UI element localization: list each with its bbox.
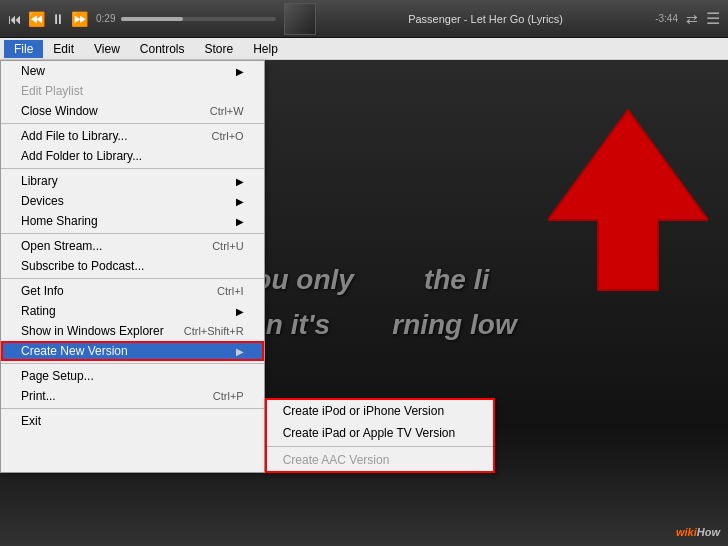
progress-bar[interactable] <box>121 17 276 21</box>
arrow-icon-create-version: ▶ <box>236 346 244 357</box>
shuffle-icon[interactable]: ⇄ <box>686 11 698 27</box>
rewind-button[interactable]: ⏮ <box>8 11 22 27</box>
pause-button[interactable]: ⏸ <box>51 11 65 27</box>
forward-button[interactable]: ⏩ <box>71 11 88 27</box>
menu-item-page-setup[interactable]: Page Setup... <box>1 366 264 386</box>
how-text: How <box>697 526 720 538</box>
submenu-item-aac: Create AAC Version <box>267 449 493 471</box>
create-version-submenu: Create iPod or iPhone Version Create iPa… <box>265 398 495 473</box>
menubar-help[interactable]: Help <box>243 40 288 58</box>
menu-item-add-folder[interactable]: Add Folder to Library... <box>1 146 264 166</box>
menubar-controls[interactable]: Controls <box>130 40 195 58</box>
menu-item-show-explorer[interactable]: Show in Windows Explorer Ctrl+Shift+R <box>1 321 264 341</box>
menubar-edit[interactable]: Edit <box>43 40 84 58</box>
menu-item-close-window[interactable]: Close Window Ctrl+W <box>1 101 264 121</box>
menu-item-add-file[interactable]: Add File to Library... Ctrl+O <box>1 126 264 146</box>
menu-item-get-info[interactable]: Get Info Ctrl+I <box>1 281 264 301</box>
submenu-item-ipad-appletv[interactable]: Create iPad or Apple TV Version <box>267 422 493 444</box>
menu-item-subscribe-podcast[interactable]: Subscribe to Podcast... <box>1 256 264 276</box>
separator-4 <box>1 278 264 279</box>
menu-item-library[interactable]: Library ▶ <box>1 171 264 191</box>
progress-container: 0:29 <box>96 13 276 24</box>
progress-fill <box>121 17 183 21</box>
menubar-view[interactable]: View <box>84 40 130 58</box>
dropdown-overlay: New ▶ Edit Playlist Close Window Ctrl+W … <box>0 60 495 473</box>
menu-item-rating[interactable]: Rating ▶ <box>1 301 264 321</box>
menu-item-open-stream[interactable]: Open Stream... Ctrl+U <box>1 236 264 256</box>
svg-marker-0 <box>548 110 708 290</box>
separator-5 <box>1 363 264 364</box>
file-dropdown: New ▶ Edit Playlist Close Window Ctrl+W … <box>0 60 265 473</box>
menubar-store[interactable]: Store <box>195 40 244 58</box>
menu-item-home-sharing[interactable]: Home Sharing ▶ <box>1 211 264 231</box>
separator-2 <box>1 168 264 169</box>
arrow-icon-library: ▶ <box>236 176 244 187</box>
elapsed-time: 0:29 <box>96 13 115 24</box>
back-button[interactable]: ⏪ <box>28 11 45 27</box>
separator-3 <box>1 233 264 234</box>
remaining-time: -3:44 <box>655 13 678 24</box>
arrow-icon-devices: ▶ <box>236 196 244 207</box>
menu-item-exit[interactable]: Exit <box>1 411 264 431</box>
wiki-text: wiki <box>676 526 697 538</box>
song-title: Passenger - Let Her Go (Lyrics) <box>324 13 647 25</box>
menu-item-edit-playlist: Edit Playlist <box>1 81 264 101</box>
menu-item-new[interactable]: New ▶ <box>1 61 264 81</box>
arrow-icon-rating: ▶ <box>236 306 244 317</box>
album-art <box>284 3 316 35</box>
arrow-icon-home: ▶ <box>236 216 244 227</box>
arrow-icon: ▶ <box>236 66 244 77</box>
menu-icon[interactable]: ☰ <box>706 9 720 28</box>
menubar: File Edit View Controls Store Help <box>0 38 728 60</box>
toolbar: ⏮ ⏪ ⏸ ⏩ 0:29 Passenger - Let Her Go (Lyr… <box>0 0 728 38</box>
separator-6 <box>1 408 264 409</box>
submenu-separator <box>267 446 493 447</box>
menu-item-print[interactable]: Print... Ctrl+P <box>1 386 264 406</box>
menu-item-devices[interactable]: Devices ▶ <box>1 191 264 211</box>
menubar-file[interactable]: File <box>4 40 43 58</box>
red-arrow <box>548 100 708 300</box>
playback-controls: ⏮ ⏪ ⏸ ⏩ <box>8 11 88 27</box>
wikihow-watermark: wikiHow <box>676 526 720 538</box>
menu-item-create-new-version[interactable]: Create New Version ▶ <box>1 341 264 361</box>
submenu-item-ipod-iphone[interactable]: Create iPod or iPhone Version <box>267 400 493 422</box>
separator-1 <box>1 123 264 124</box>
